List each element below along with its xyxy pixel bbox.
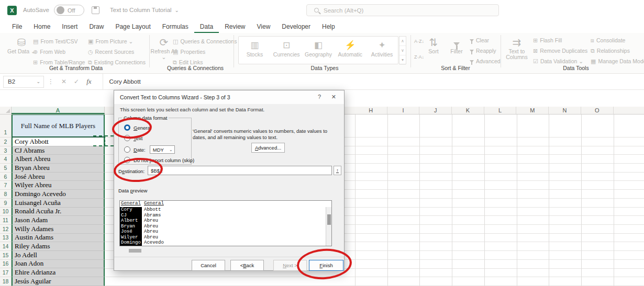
column-header-j[interactable]: J [419,107,452,114]
tab-formulas[interactable]: Formulas [157,21,194,33]
destination-input[interactable]: $B$2 [148,166,332,175]
column-header-i[interactable]: I [387,107,420,114]
excel-logo-icon[interactable]: X [7,6,17,15]
tab-insert[interactable]: Insert [56,21,83,33]
back-button[interactable]: < Back [230,260,264,271]
cell-player-name[interactable]: Luisangel Acuña [12,199,105,208]
column-header-m[interactable]: M [516,107,549,114]
row-header-17[interactable]: 17 [0,268,12,277]
queries-connections-button[interactable]: ◫Queries & Connections [173,37,237,45]
tab-page-layout[interactable]: Page Layout [109,21,156,33]
tab-home[interactable]: Home [28,21,56,33]
row-header-10[interactable]: 10 [0,208,12,216]
column-header-a[interactable]: A [12,107,105,114]
help-icon[interactable]: ? [318,94,321,100]
stocks-button[interactable]: ▥Stocks [239,37,271,64]
cell-player-name[interactable]: Jo Adell [12,251,105,260]
text-to-columns-button[interactable]: ⇉ Text to Columns [503,36,531,60]
row-header-7[interactable]: 7 [0,181,12,190]
recent-sources-button[interactable]: ◷Recent Sources [88,48,134,56]
from-picture-button[interactable]: ▣From Picture ⌄ [88,37,133,45]
preview-scrollbar[interactable] [326,207,331,246]
cell-a1-title[interactable]: Full Name of MLB Players [12,115,105,138]
from-text-csv-button[interactable]: ▤From Text/CSV [33,37,77,45]
row-header-3[interactable]: 3 [0,146,12,155]
clear-filter-button[interactable]: Clear [470,36,489,44]
tab-help[interactable]: Help [316,21,341,33]
autosave-toggle[interactable]: Off [54,5,84,16]
tab-review[interactable]: Review [219,21,251,33]
cell-player-name[interactable]: Bryan Abreu [12,164,105,173]
preview-hscroll-thumb[interactable] [129,249,141,253]
flash-fill-button[interactable]: ⊞Flash Fill [533,36,562,44]
name-box[interactable]: B2 ⌄ [3,76,44,88]
geography-button[interactable]: ◧Geography [303,37,335,64]
properties-button[interactable]: ▤Properties [173,48,205,56]
radio-date[interactable]: Date: MDY ⌄ [124,145,175,154]
relationships-button[interactable]: ⧉Relationships [591,47,630,55]
remove-duplicates-button[interactable]: ⊠Remove Duplicates [533,47,587,55]
date-format-select[interactable]: MDY ⌄ [150,145,175,154]
cell-player-name[interactable]: Jason Adam [12,216,105,225]
cell-player-name[interactable]: Jesús Aguilar [12,277,105,286]
cell-player-name[interactable]: Ehire Adrianza [12,268,105,277]
row-header-1[interactable]: 1 [0,115,12,138]
tab-developer[interactable]: Developer [276,21,316,33]
cell-player-name[interactable]: Ronald Acuña Jr. [12,208,105,216]
cell-player-name[interactable]: Cory Abbott [12,138,105,146]
formula-content[interactable]: Cory Abbott [103,74,141,89]
reapply-button[interactable]: Reapply [470,47,496,55]
row-header-6[interactable]: 6 [0,173,12,181]
from-web-button[interactable]: ⊕From Web [33,48,65,56]
activities-button[interactable]: ✦Activities [366,37,398,64]
dialog-title-bar[interactable]: Convert Text to Columns Wizard - Step 3 … [114,90,344,104]
column-header-l[interactable]: L [484,107,517,114]
cell-player-name[interactable]: CJ Abrams [12,146,105,155]
row-header-2[interactable]: 2 [0,138,12,146]
cancel-button[interactable]: Cancel [192,260,225,271]
select-all-button[interactable] [0,107,12,114]
data-preview-table[interactable]: General General CoryAbbottCJAbramsAlbert… [119,200,332,246]
tab-view[interactable]: View [251,21,276,33]
row-header-11[interactable]: 11 [0,216,12,225]
more-options-icon[interactable]: ⋮ [44,78,58,85]
get-data-button[interactable]: ⛁ Get Data ⌄ [7,36,36,54]
data-validation-button[interactable]: ☑Data Validation ⌄ [533,57,583,65]
tab-data[interactable]: Data [194,21,219,33]
row-header-9[interactable]: 9 [0,199,12,208]
row-header-13[interactable]: 13 [0,234,12,243]
document-title[interactable]: Text to Column Tutorial⌄ [110,7,179,13]
tab-file[interactable]: File [6,21,28,33]
cell-player-name[interactable]: Austin Adams [12,234,105,243]
cell-player-name[interactable]: Domingo Acevedo [12,190,105,199]
column-header-o[interactable]: O [581,107,614,114]
tab-draw[interactable]: Draw [83,21,109,33]
cell-player-name[interactable]: Wilyer Abreu [12,181,105,190]
advanced-filter-button[interactable]: Advanced [470,57,501,65]
cancel-entry-icon[interactable]: ✕ [58,78,70,85]
cell-player-name[interactable]: José Abreu [12,173,105,181]
column-header-n[interactable]: N [549,107,581,114]
enter-entry-icon[interactable]: ✓ [70,78,83,85]
automatic-button[interactable]: ⚡Automatic [334,37,366,64]
cell-player-name[interactable]: Joan Adon [12,260,105,269]
currencies-button[interactable]: ⊡Currencies [271,37,303,64]
row-header-4[interactable]: 4 [0,155,12,164]
row-header-14[interactable]: 14 [0,242,12,251]
search-input[interactable]: Search (Alt+Q) [306,4,499,16]
close-icon[interactable]: ✕ [331,94,336,100]
consolidate-button[interactable]: ⧈Consolidate [591,36,625,44]
sort-button[interactable]: ⇅ Sort [423,36,444,54]
column-header-k[interactable]: K [452,107,484,114]
insert-function-icon[interactable]: fx [83,77,95,86]
row-header-18[interactable]: 18 [0,277,12,286]
save-icon[interactable] [92,6,99,14]
column-header-h[interactable]: H [355,107,387,114]
cell-player-name[interactable]: Albert Abreu [12,155,105,164]
cell-player-name[interactable]: Willy Adames [12,225,105,234]
advanced-button[interactable]: Advanced... [251,143,285,153]
gallery-scroll[interactable]: ∧ ∨ ▾ [399,36,406,64]
cell-player-name[interactable]: Riley Adams [12,242,105,251]
row-header-16[interactable]: 16 [0,260,12,269]
filter-button[interactable]: Filter [446,36,467,54]
